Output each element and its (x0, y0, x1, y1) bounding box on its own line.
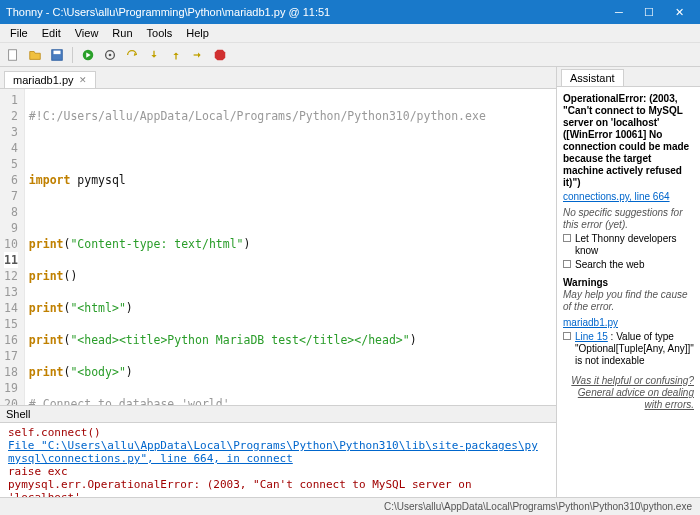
menu-file[interactable]: File (4, 26, 34, 40)
assistant-option-report[interactable]: Let Thonny developers know (563, 233, 694, 257)
resume-button[interactable] (189, 46, 207, 64)
run-button[interactable] (79, 46, 97, 64)
warnings-subtitle: May help you find the cause of the error… (563, 289, 694, 313)
editor-tab[interactable]: mariadb1.py ✕ (4, 71, 96, 88)
warning-file-link[interactable]: mariadb1.py (563, 317, 618, 328)
assistant-panel: Assistant OperationalError: (2003, "Can'… (557, 67, 700, 497)
feedback-link[interactable]: Was it helpful or confusing? (571, 375, 694, 386)
menu-help[interactable]: Help (180, 26, 215, 40)
expand-icon (563, 260, 571, 268)
close-tab-icon[interactable]: ✕ (79, 75, 87, 85)
traceback-link[interactable]: File "C:\Users\allu\AppData\Local\Progra… (8, 439, 538, 465)
assistant-error-header: OperationalError: (2003, "Can't connect … (563, 93, 694, 189)
statusbar: C:\Users\allu\AppData\Local\Programs\Pyt… (0, 497, 700, 515)
menu-tools[interactable]: Tools (141, 26, 179, 40)
svg-point-5 (109, 53, 112, 56)
minimize-button[interactable]: ─ (604, 0, 634, 24)
debug-button[interactable] (101, 46, 119, 64)
assistant-no-suggestions: No specific suggestions for this error (… (563, 207, 694, 231)
step-into-button[interactable] (145, 46, 163, 64)
warnings-header: Warnings (563, 277, 694, 289)
new-file-button[interactable] (4, 46, 22, 64)
menu-view[interactable]: View (69, 26, 105, 40)
expand-icon (563, 234, 571, 242)
close-button[interactable]: ✕ (664, 0, 694, 24)
save-button[interactable] (48, 46, 66, 64)
menu-edit[interactable]: Edit (36, 26, 67, 40)
menu-run[interactable]: Run (106, 26, 138, 40)
toolbar (0, 43, 700, 67)
advice-link[interactable]: General advice on dealing with errors. (578, 387, 694, 410)
code-editor[interactable]: 123456789101112131415161718192021 #!C:/U… (0, 89, 556, 405)
maximize-button[interactable]: ☐ (634, 0, 664, 24)
editor-tab-label: mariadb1.py (13, 74, 74, 86)
assistant-option-search[interactable]: Search the web (563, 259, 694, 271)
titlebar: Thonny - C:\Users\allu\Programming\Pytho… (0, 0, 700, 24)
editor-tabbar: mariadb1.py ✕ (0, 67, 556, 89)
window-title: Thonny - C:\Users\allu\Programming\Pytho… (6, 6, 604, 18)
shell-output[interactable]: self.connect() File "C:\Users\allu\AppDa… (0, 423, 556, 497)
shell-tab[interactable]: Shell (0, 405, 556, 423)
svg-marker-6 (215, 49, 226, 60)
line-gutter: 123456789101112131415161718192021 (0, 89, 25, 405)
svg-rect-2 (54, 50, 61, 54)
assistant-source-link[interactable]: connections.py, line 664 (563, 191, 670, 202)
menubar: File Edit View Run Tools Help (0, 24, 700, 43)
warning-item[interactable]: Line 15 : Value of type "Optional[Tuple[… (563, 331, 694, 367)
assistant-tab[interactable]: Assistant (561, 69, 624, 86)
expand-icon (563, 332, 571, 340)
svg-rect-0 (9, 49, 17, 60)
step-over-button[interactable] (123, 46, 141, 64)
step-out-button[interactable] (167, 46, 185, 64)
interpreter-path: C:\Users\allu\AppData\Local\Programs\Pyt… (384, 501, 692, 512)
open-file-button[interactable] (26, 46, 44, 64)
code-content[interactable]: #!C:/Users/allu/AppData/Local/Programs/P… (25, 89, 556, 405)
stop-button[interactable] (211, 46, 229, 64)
